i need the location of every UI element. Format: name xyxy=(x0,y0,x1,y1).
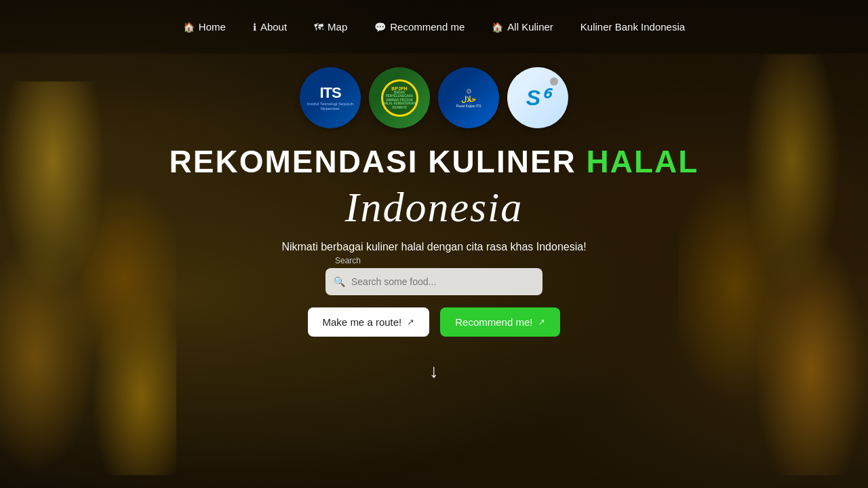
hero-subtitle: Nikmati berbagai kuliner halal dengan ci… xyxy=(281,241,586,253)
search-input[interactable] xyxy=(326,268,542,295)
kuliner-icon: 🏠 xyxy=(492,22,503,33)
scroll-down-arrow[interactable]: ↓ xyxy=(429,360,439,382)
make-route-button[interactable]: Make me a route! ↗ xyxy=(308,307,430,337)
nav-home[interactable]: 🏠 Home xyxy=(170,16,239,38)
nav-allkuliner[interactable]: 🏠 All Kuliner xyxy=(478,16,567,38)
nav-map[interactable]: 🗺 Map xyxy=(300,16,361,38)
home-icon: 🏠 xyxy=(183,22,195,33)
nav-about[interactable]: ℹ About xyxy=(239,16,300,38)
logo-s6: S⁶ xyxy=(507,67,568,128)
indonesia-heading: Indonesia xyxy=(345,183,524,231)
search-icon: 🔍 xyxy=(334,276,345,287)
recommend-icon: 💬 xyxy=(374,22,386,33)
logo-bpjph: BPJPH BADAN PENYELENGGARA JAMINAN PRODUK… xyxy=(369,67,430,128)
recommend-me-button[interactable]: Recommend me! ↗ xyxy=(440,307,560,337)
info-icon: ℹ xyxy=(253,22,256,33)
search-label: Search xyxy=(335,256,361,265)
action-buttons: Make me a route! ↗ Recommend me! ↗ xyxy=(308,307,561,337)
navbar: 🏠 Home ℹ About 🗺 Map 💬 Recommend me 🏠 Al… xyxy=(0,0,868,54)
nav-kulinerbank[interactable]: Kuliner Bank Indonesia xyxy=(567,16,698,38)
external-link-icon-route: ↗ xyxy=(407,317,414,327)
logo-its: ITS Institut Teknologi Sepuluh Nopember xyxy=(300,67,361,128)
external-link-icon-recommend: ↗ xyxy=(538,317,545,327)
search-container: Search 🔍 xyxy=(326,268,542,295)
map-icon: 🗺 xyxy=(314,22,323,33)
logos-row: ITS Institut Teknologi Sepuluh Nopember … xyxy=(300,67,568,128)
nav-recommend[interactable]: 💬 Recommend me xyxy=(361,16,478,38)
main-heading: REKOMENDASI KULINER HALAL xyxy=(170,143,699,180)
hero-section: ITS Institut Teknologi Sepuluh Nopember … xyxy=(0,54,868,382)
logo-pusat-kajian: ⚙ حلال Pusat Kajian ITS xyxy=(438,67,499,128)
